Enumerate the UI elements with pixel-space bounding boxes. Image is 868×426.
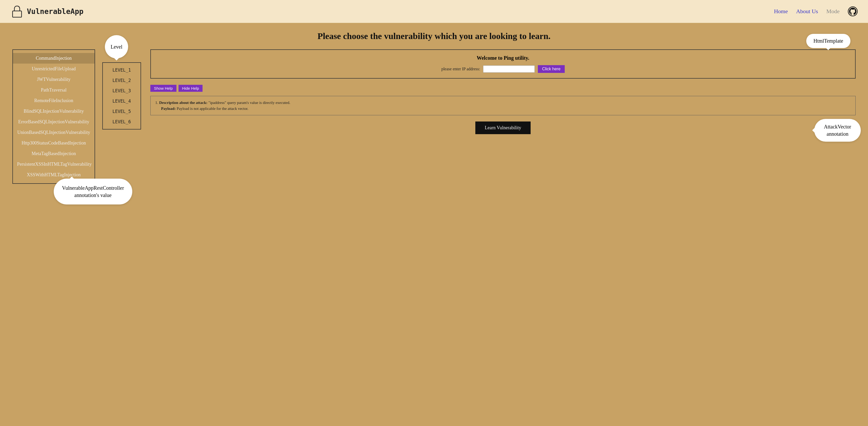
svg-rect-0: [13, 11, 22, 17]
learn-vulnerability-button[interactable]: Learn Vulnerability: [475, 121, 530, 134]
level-item[interactable]: LEVEL_6: [103, 117, 141, 127]
right-panel: HtmlTemplate Welcome to Ping utility. pl…: [150, 49, 856, 134]
vuln-item[interactable]: JWTVulnerability: [13, 74, 95, 85]
level-item[interactable]: LEVEL_1: [103, 65, 141, 75]
nav-about[interactable]: About Us: [796, 8, 818, 15]
github-icon[interactable]: [848, 6, 858, 16]
ping-title: Welcome to Ping utility.: [157, 55, 849, 61]
page-title: Please choose the vulnerability which yo…: [12, 31, 856, 41]
ping-button[interactable]: Click here: [538, 65, 564, 73]
vuln-item[interactable]: UnrestrictedFileUpload: [13, 64, 95, 74]
ping-input[interactable]: [483, 65, 535, 73]
header: VulnerableApp Home About Us Mode: [0, 0, 868, 23]
level-section: Level LEVEL_1LEVEL_2LEVEL_3LEVEL_4LEVEL_…: [102, 49, 141, 130]
level-list: LEVEL_1LEVEL_2LEVEL_3LEVEL_4LEVEL_5LEVEL…: [102, 62, 141, 130]
level-item[interactable]: LEVEL_2: [103, 75, 141, 86]
logo-text: VulnerableApp: [27, 7, 84, 16]
vuln-item[interactable]: UnionBasedSQLInjectionVulnerability: [13, 127, 95, 138]
help-payload-bold: Payload:: [161, 107, 176, 111]
ping-box: Welcome to Ping utility. please enter IP…: [150, 49, 856, 79]
ping-form: please enter IP address: Click here: [157, 65, 849, 73]
rest-controller-bubble: VulnerableAppRestControllerannotation's …: [54, 179, 132, 204]
vuln-item[interactable]: RemoteFileInclusion: [13, 95, 95, 106]
level-bubble: Level: [105, 35, 128, 58]
lock-icon: [10, 5, 24, 18]
vuln-item[interactable]: PersistentXSSInHTMLTagVulnerability: [13, 159, 95, 170]
content-area: CommandInjectionUnrestrictedFileUploadJW…: [12, 49, 856, 184]
main-nav: Home About Us Mode: [774, 6, 858, 16]
level-item[interactable]: LEVEL_5: [103, 106, 141, 117]
help-box: 1. Description about the attack: "ipaddr…: [150, 96, 856, 115]
learn-btn-row: Learn Vulnerability AttackVectorannotati…: [150, 121, 856, 134]
logo: VulnerableApp: [10, 5, 84, 18]
vuln-item[interactable]: MetaTagBasedInjection: [13, 148, 95, 159]
level-item[interactable]: LEVEL_4: [103, 96, 141, 106]
level-item[interactable]: LEVEL_3: [103, 86, 141, 96]
help-description-text: "ipaddress" query param's value is direc…: [208, 101, 290, 105]
nav-home[interactable]: Home: [774, 8, 788, 15]
hide-help-button[interactable]: Hide Help: [179, 85, 203, 92]
help-controls: Show Help Hide Help: [150, 85, 856, 92]
attack-vector-bubble: AttackVectorannotation: [814, 119, 861, 142]
main-content: Please choose the vulnerability which yo…: [0, 23, 868, 426]
vulnerability-list: CommandInjectionUnrestrictedFileUploadJW…: [12, 49, 95, 184]
vuln-item[interactable]: CommandInjection: [13, 53, 95, 64]
vuln-item[interactable]: ErrorBasedSQLInjectionVulnerability: [13, 117, 95, 127]
vuln-item[interactable]: PathTraversal: [13, 85, 95, 95]
vuln-item[interactable]: Http300StatusCodeBasedInjection: [13, 138, 95, 148]
help-description-bold: Description about the attack:: [159, 101, 208, 105]
ping-label: please enter IP address:: [441, 67, 480, 72]
nav-mode[interactable]: Mode: [827, 8, 840, 15]
html-template-bubble: HtmlTemplate: [806, 34, 850, 48]
show-help-button[interactable]: Show Help: [150, 85, 177, 92]
vuln-item[interactable]: BlindSQLInjectionVulnerability: [13, 106, 95, 117]
help-number: 1.: [155, 101, 159, 105]
help-payload-text: Payload is not applicable for the attack…: [176, 107, 248, 111]
